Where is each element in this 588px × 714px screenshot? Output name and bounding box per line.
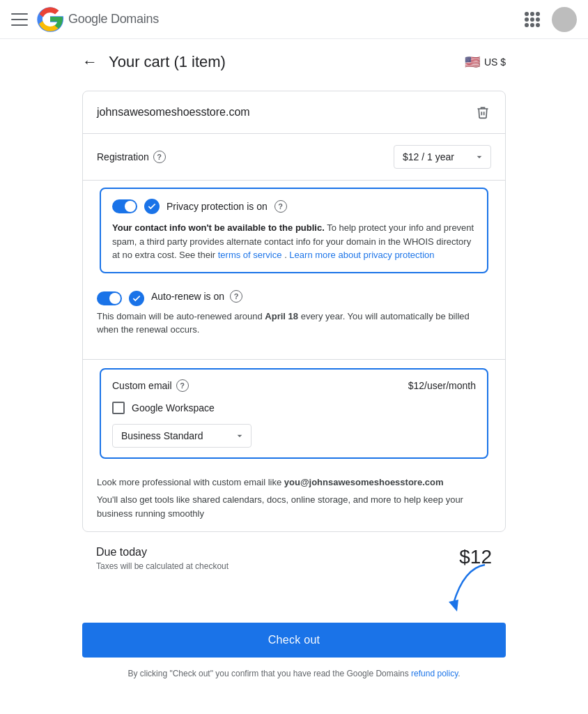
delete-domain-button[interactable] (474, 104, 491, 121)
privacy-header: Privacy protection is on ? (112, 199, 476, 214)
autorenew-desc-row: This domain will be auto-renewed around … (83, 310, 505, 359)
privacy-help-icon[interactable]: ? (274, 200, 287, 213)
custom-email-section: Custom email ? $12/user/month Google Wor… (100, 368, 488, 459)
autorenew-description: This domain will be auto-renewed around … (97, 310, 491, 348)
currency-selector[interactable]: 🇺🇸 US $ (465, 54, 506, 70)
checkout-arrow-icon (415, 561, 499, 617)
domain-name: johnsawesomeshoesstore.com (97, 106, 250, 119)
main-content: ← Your cart (1 item) 🇺🇸 US $ johnsawesom… (71, 39, 517, 708)
privacy-section-wrapper: Privacy protection is on ? Your contact … (83, 181, 505, 273)
privacy-learn-more-link[interactable]: Learn more about privacy protection (289, 250, 434, 260)
checkout-button[interactable]: Check out (82, 623, 506, 658)
currency-label: US $ (484, 56, 506, 68)
due-today-left: Due today Taxes will be calculated at ch… (96, 546, 229, 571)
registration-period-select[interactable]: $12 / 1 year (394, 145, 491, 169)
svg-marker-0 (449, 600, 458, 612)
workspace-label: Google Workspace (132, 402, 215, 413)
privacy-toggle[interactable] (112, 199, 137, 213)
autorenew-row: Auto-renew is on ? (83, 282, 505, 310)
footer-note: By clicking "Check out" you confirm that… (82, 667, 506, 680)
custom-email-wrapper: Custom email ? $12/user/month Google Wor… (83, 360, 505, 459)
cart-card: johnsawesomeshoesstore.com Registration … (82, 91, 506, 532)
autorenew-header: Auto-renew is on ? (151, 290, 242, 303)
privacy-title: Privacy protection is on (167, 201, 268, 212)
privacy-body: Your contact info won't be available to … (112, 221, 476, 262)
domain-row: johnsawesomeshoesstore.com (83, 91, 505, 134)
arrow-annotation (82, 575, 506, 617)
workspace-row: Google Workspace (112, 402, 476, 414)
email-promo-text: Look more professional with custom email… (97, 476, 491, 489)
privacy-check-icon (144, 199, 160, 214)
due-today-title: Due today (96, 546, 229, 559)
refund-policy-link[interactable]: refund policy (411, 669, 458, 678)
logo-text: Google Domains (68, 12, 159, 26)
custom-email-header: Custom email ? $12/user/month (112, 379, 476, 392)
autorenew-title: Auto-renew is on (151, 291, 224, 302)
hamburger-menu-icon[interactable] (11, 13, 28, 26)
custom-email-help-icon[interactable]: ? (176, 379, 189, 392)
due-today-subtitle: Taxes will be calculated at checkout (96, 561, 229, 571)
google-logo-icon (36, 6, 64, 33)
email-promo-sub: You'll also get tools like shared calend… (97, 493, 491, 520)
user-avatar[interactable] (552, 7, 577, 32)
page-title-row: ← Your cart (1 item) 🇺🇸 US $ (82, 53, 506, 71)
privacy-section: Privacy protection is on ? Your contact … (100, 188, 488, 273)
custom-email-price: $12/user/month (408, 380, 476, 391)
back-button[interactable]: ← (82, 54, 98, 70)
apps-grid-icon[interactable] (518, 6, 546, 33)
flag-icon: 🇺🇸 (465, 54, 480, 70)
registration-help-icon[interactable]: ? (153, 151, 166, 163)
custom-email-label: Custom email ? (112, 379, 189, 392)
registration-label: Registration ? (97, 151, 166, 163)
page-title: Your cart (1 item) (109, 53, 454, 71)
privacy-tos-link[interactable]: terms of service (218, 250, 282, 260)
workspace-plan-select[interactable]: Business Standard (112, 424, 252, 448)
header-right (518, 6, 577, 33)
header-left: Google Domains (11, 6, 159, 33)
app-header: Google Domains (0, 0, 588, 39)
autorenew-check-icon (129, 291, 144, 306)
logo: Google Domains (36, 6, 159, 33)
registration-row: Registration ? $12 / 1 year (83, 134, 505, 181)
autorenew-help-icon[interactable]: ? (230, 290, 242, 303)
workspace-checkbox[interactable] (112, 402, 125, 414)
autorenew-toggle[interactable] (97, 291, 122, 305)
email-promo: Look more professional with custom email… (83, 470, 505, 532)
